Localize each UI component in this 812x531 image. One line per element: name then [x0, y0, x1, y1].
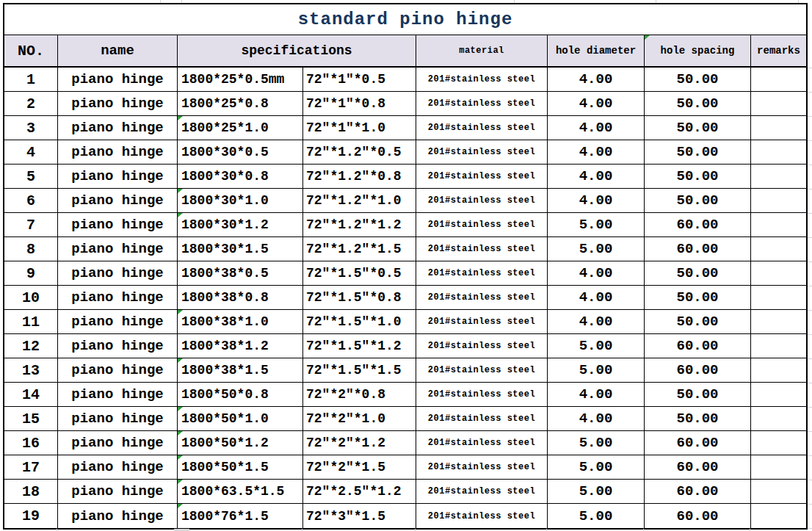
header-cell-specifications[interactable]: specifications — [178, 35, 416, 66]
cell-spec-inch[interactable]: 72″*1.2″*0.5 — [303, 140, 416, 164]
cell-no[interactable]: 3 — [4, 116, 58, 140]
cell-material[interactable]: 201#stainless steel — [416, 140, 548, 164]
cell-remarks[interactable] — [751, 189, 806, 212]
cell-no[interactable]: 18 — [4, 480, 58, 503]
cell-hole-spacing[interactable]: 50.00 — [645, 165, 751, 188]
cell-spec-inch[interactable]: 72″*2.5″*1.2 — [303, 480, 416, 503]
cell-remarks[interactable] — [751, 383, 806, 406]
cell-hole-spacing[interactable]: 50.00 — [645, 407, 751, 430]
cell-material[interactable]: 201#stainless steel — [416, 286, 548, 309]
cell-name[interactable]: piano hinge — [58, 68, 178, 91]
cell-name[interactable]: piano hinge — [58, 504, 178, 528]
cell-hole-spacing[interactable]: 60.00 — [645, 237, 751, 261]
cell-hole-spacing[interactable]: 60.00 — [645, 431, 751, 455]
header-cell-remarks[interactable]: remarks — [751, 35, 806, 66]
cell-name[interactable]: piano hinge — [58, 92, 178, 115]
cell-hole-diameter[interactable]: 5.00 — [548, 504, 645, 528]
cell-no[interactable]: 17 — [4, 455, 58, 479]
cell-hole-diameter[interactable]: 5.00 — [548, 358, 645, 382]
cell-no[interactable]: 13 — [4, 358, 58, 382]
cell-spec-metric[interactable]: 1800*50*0.8 — [178, 383, 303, 406]
cell-remarks[interactable] — [751, 286, 806, 309]
cell-hole-diameter[interactable]: 4.00 — [548, 189, 645, 212]
cell-material[interactable]: 201#stainless steel — [416, 407, 548, 430]
cell-hole-spacing[interactable]: 60.00 — [645, 504, 751, 528]
cell-hole-diameter[interactable]: 4.00 — [548, 261, 645, 285]
cell-hole-diameter[interactable]: 4.00 — [548, 310, 645, 333]
cell-material[interactable]: 201#stainless steel — [416, 334, 548, 358]
cell-no[interactable]: 2 — [4, 92, 58, 115]
cell-material[interactable]: 201#stainless steel — [416, 68, 548, 91]
cell-spec-inch[interactable]: 72″*1″*0.5 — [303, 68, 416, 91]
cell-no[interactable]: 16 — [4, 431, 58, 455]
cell-hole-diameter[interactable]: 4.00 — [548, 407, 645, 430]
cell-name[interactable]: piano hinge — [58, 310, 178, 333]
cell-spec-metric[interactable]: 1800*38*1.5 — [178, 358, 303, 382]
header-cell-name[interactable]: name — [58, 35, 178, 66]
cell-hole-diameter[interactable]: 5.00 — [548, 480, 645, 503]
cell-no[interactable]: 5 — [4, 165, 58, 188]
cell-material[interactable]: 201#stainless steel — [416, 189, 548, 212]
cell-name[interactable]: piano hinge — [58, 140, 178, 164]
cell-material[interactable]: 201#stainless steel — [416, 310, 548, 333]
cell-material[interactable]: 201#stainless steel — [416, 92, 548, 115]
cell-no[interactable]: 14 — [4, 383, 58, 406]
cell-spec-metric[interactable]: 1800*63.5*1.5 — [178, 480, 303, 503]
cell-material[interactable]: 201#stainless steel — [416, 504, 548, 528]
cell-material[interactable]: 201#stainless steel — [416, 431, 548, 455]
cell-name[interactable]: piano hinge — [58, 189, 178, 212]
cell-material[interactable]: 201#stainless steel — [416, 116, 548, 140]
cell-spec-inch[interactable]: 72″*3″*1.5 — [303, 504, 416, 528]
cell-hole-spacing[interactable]: 50.00 — [645, 383, 751, 406]
cell-name[interactable]: piano hinge — [58, 213, 178, 236]
cell-material[interactable]: 201#stainless steel — [416, 383, 548, 406]
cell-remarks[interactable] — [751, 455, 806, 479]
cell-spec-inch[interactable]: 72″*1″*1.0 — [303, 116, 416, 140]
cell-spec-metric[interactable]: 1800*38*1.0 — [178, 310, 303, 333]
cell-material[interactable]: 201#stainless steel — [416, 455, 548, 479]
cell-spec-metric[interactable]: 1800*30*0.8 — [178, 165, 303, 188]
cell-spec-metric[interactable]: 1800*25*1.0 — [178, 116, 303, 140]
cell-name[interactable]: piano hinge — [58, 237, 178, 261]
cell-hole-diameter[interactable]: 4.00 — [548, 140, 645, 164]
cell-spec-metric[interactable]: 1800*25*0.8 — [178, 92, 303, 115]
cell-hole-diameter[interactable]: 4.00 — [548, 286, 645, 309]
cell-spec-inch[interactable]: 72″*2″*0.8 — [303, 383, 416, 406]
cell-hole-spacing[interactable]: 50.00 — [645, 116, 751, 140]
cell-name[interactable]: piano hinge — [58, 165, 178, 188]
cell-no[interactable]: 8 — [4, 237, 58, 261]
cell-spec-inch[interactable]: 72″*2″*1.2 — [303, 431, 416, 455]
cell-remarks[interactable] — [751, 92, 806, 115]
cell-spec-metric[interactable]: 1800*30*1.5 — [178, 237, 303, 261]
cell-name[interactable]: piano hinge — [58, 261, 178, 285]
cell-spec-metric[interactable]: 1800*38*0.5 — [178, 261, 303, 285]
cell-hole-diameter[interactable]: 4.00 — [548, 68, 645, 91]
cell-hole-spacing[interactable]: 50.00 — [645, 68, 751, 91]
cell-spec-inch[interactable]: 72″*1.5″*1.5 — [303, 358, 416, 382]
cell-no[interactable]: 10 — [4, 286, 58, 309]
cell-spec-inch[interactable]: 72″*1.2″*0.8 — [303, 165, 416, 188]
cell-hole-diameter[interactable]: 4.00 — [548, 165, 645, 188]
cell-spec-metric[interactable]: 1800*38*0.8 — [178, 286, 303, 309]
cell-spec-metric[interactable]: 1800*30*1.0 — [178, 189, 303, 212]
cell-spec-inch[interactable]: 72″*2″*1.5 — [303, 455, 416, 479]
cell-material[interactable]: 201#stainless steel — [416, 480, 548, 503]
cell-name[interactable]: piano hinge — [58, 431, 178, 455]
cell-no[interactable]: 11 — [4, 310, 58, 333]
cell-hole-spacing[interactable]: 60.00 — [645, 358, 751, 382]
header-cell-material[interactable]: material — [416, 35, 548, 66]
cell-name[interactable]: piano hinge — [58, 116, 178, 140]
cell-name[interactable]: piano hinge — [58, 383, 178, 406]
cell-hole-spacing[interactable]: 50.00 — [645, 261, 751, 285]
cell-remarks[interactable] — [751, 407, 806, 430]
cell-no[interactable]: 12 — [4, 334, 58, 358]
header-cell-hole-diameter[interactable]: hole diameter — [548, 35, 645, 66]
cell-spec-inch[interactable]: 72″*1.5″*1.2 — [303, 334, 416, 358]
cell-hole-diameter[interactable]: 4.00 — [548, 383, 645, 406]
cell-spec-inch[interactable]: 72″*1.5″*0.8 — [303, 286, 416, 309]
cell-hole-spacing[interactable]: 50.00 — [645, 286, 751, 309]
cell-remarks[interactable] — [751, 165, 806, 188]
cell-spec-metric[interactable]: 1800*50*1.0 — [178, 407, 303, 430]
cell-spec-inch[interactable]: 72″*1.5″*0.5 — [303, 261, 416, 285]
cell-spec-metric[interactable]: 1800*50*1.5 — [178, 455, 303, 479]
